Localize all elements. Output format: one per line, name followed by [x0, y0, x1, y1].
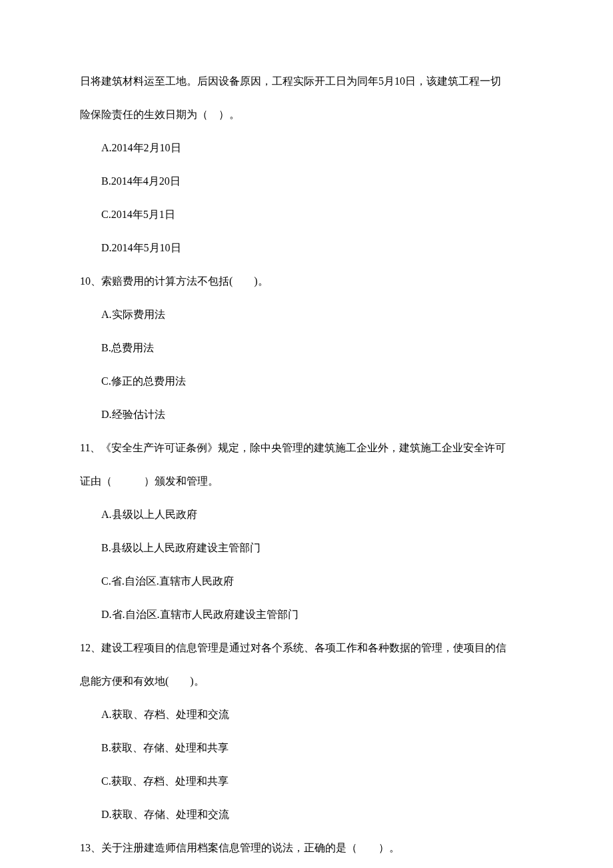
q11-option-c: C.省.自治区.直辖市人民政府 [80, 573, 533, 589]
q11-option-b: B.县级以上人民政府建设主管部门 [80, 540, 533, 556]
q9-stem-line1: 日将建筑材料运至工地。后因设备原因，工程实际开工日为同年5月10日，该建筑工程一… [80, 73, 533, 89]
q12-option-c: C.获取、存档、处理和共享 [80, 773, 533, 789]
q9-option-c: C.2014年5月1日 [80, 207, 533, 223]
q12-option-d: D.获取、存储、处理和交流 [80, 807, 533, 823]
q11-option-d: D.省.自治区.直辖市人民政府建设主管部门 [80, 607, 533, 623]
q9-option-a: A.2014年2月10日 [80, 140, 533, 156]
q11-stem-line1: 11、《安全生产许可证条例》规定，除中央管理的建筑施工企业外，建筑施工企业安全许… [80, 440, 533, 456]
q10-option-a: A.实际费用法 [80, 307, 533, 323]
q12-stem-line1: 12、建设工程项目的信息管理是通过对各个系统、各项工作和各种数据的管理，使项目的… [80, 640, 533, 656]
q10-stem: 10、索赔费用的计算方法不包括( )。 [80, 273, 533, 289]
q10-option-b: B.总费用法 [80, 340, 533, 356]
q9-option-b: B.2014年4月20日 [80, 173, 533, 189]
q9-stem-line2: 险保险责任的生效日期为（ ）。 [80, 107, 533, 123]
q9-option-d: D.2014年5月10日 [80, 240, 533, 256]
q10-option-c: C.修正的总费用法 [80, 373, 533, 389]
q13-stem: 13、关于注册建造师信用档案信息管理的说法，正确的是（ ）。 [80, 840, 533, 856]
document-page: 日将建筑材料运至工地。后因设备原因，工程实际开工日为同年5月10日，该建筑工程一… [0, 0, 613, 868]
q11-stem-line2: 证由（ ）颁发和管理。 [80, 473, 533, 489]
q10-option-d: D.经验估计法 [80, 407, 533, 423]
q12-option-a: A.获取、存档、处理和交流 [80, 707, 533, 723]
q12-option-b: B.获取、存储、处理和共享 [80, 740, 533, 756]
q12-stem-line2: 息能方便和有效地( )。 [80, 673, 533, 689]
q11-option-a: A.县级以上人民政府 [80, 507, 533, 523]
